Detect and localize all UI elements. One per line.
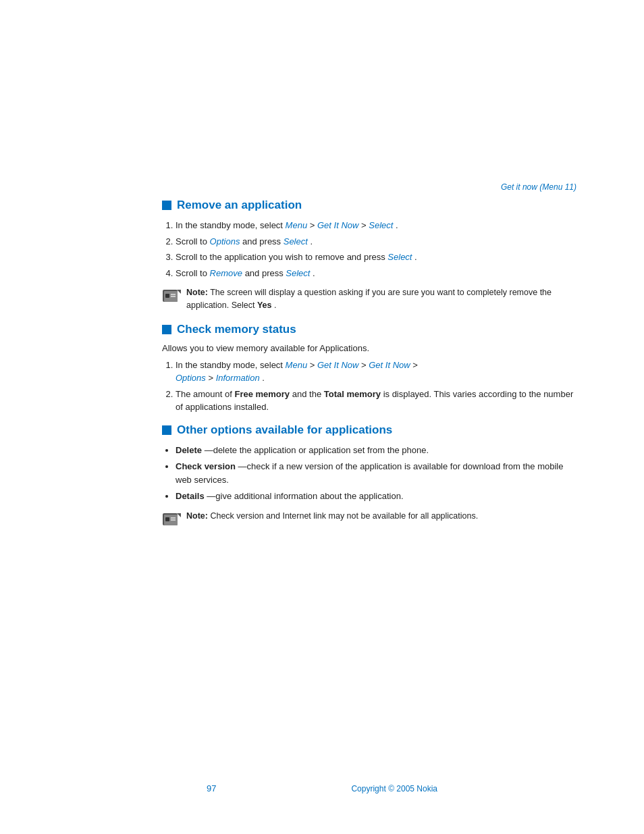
section-remove-app-heading: Remove an application bbox=[162, 199, 576, 212]
blue-square-icon-2 bbox=[162, 325, 171, 334]
step2-period: . bbox=[310, 236, 313, 246]
chapter-label: Get it now (Menu 11) bbox=[162, 182, 576, 192]
remove-app-step-3: Scroll to the application you wish to re… bbox=[176, 251, 576, 264]
step4-link-remove: Remove bbox=[210, 268, 242, 278]
item-details-text: —give additional information about the a… bbox=[207, 491, 403, 501]
item-delete-text: —delete the application or application s… bbox=[205, 445, 429, 455]
item-delete-bold: Delete bbox=[176, 445, 202, 455]
cm-step2-before: The amount of bbox=[176, 389, 234, 399]
page-number: 97 bbox=[207, 783, 216, 793]
remove-app-note-text: Note: The screen will display a question… bbox=[186, 286, 576, 312]
note-icon bbox=[162, 287, 181, 306]
step4-period: . bbox=[313, 268, 315, 278]
cm-step1-sep4: > bbox=[208, 373, 215, 383]
step4-text-before: Scroll to bbox=[176, 268, 210, 278]
svg-rect-9 bbox=[165, 517, 169, 521]
step1-text-before: In the standby mode, select bbox=[176, 220, 286, 230]
check-memory-title: Check memory status bbox=[177, 323, 296, 336]
step2-text-before: Scroll to bbox=[176, 236, 210, 246]
check-memory-step-2: The amount of Free memory and the Total … bbox=[176, 388, 576, 414]
blue-square-icon-3 bbox=[162, 425, 171, 435]
step1-period: . bbox=[396, 220, 398, 230]
cm-step1-link-options: Options bbox=[176, 373, 206, 383]
item-checkver-bold: Check version bbox=[176, 461, 236, 471]
step1-sep1: > bbox=[310, 220, 317, 230]
remove-app-note: Note: The screen will display a question… bbox=[162, 286, 576, 312]
chapter-label-text: Get it now (Menu 11) bbox=[501, 182, 576, 192]
cm-step1-before: In the standby mode, select bbox=[176, 360, 286, 370]
step1-link-getitnow: Get It Now bbox=[317, 220, 358, 230]
other-options-item-details: Details —give additional information abo… bbox=[176, 490, 576, 503]
section-check-memory-heading: Check memory status bbox=[162, 323, 576, 336]
check-memory-intro: Allows you to view memory available for … bbox=[162, 343, 576, 353]
step2-link-options: Options bbox=[210, 236, 240, 246]
other-note-content: Check version and Internet link may not … bbox=[210, 511, 478, 521]
cm-step1-sep3: > bbox=[412, 360, 418, 370]
item-details-bold: Details bbox=[176, 491, 205, 501]
cm-step1-link-menu: Menu bbox=[286, 360, 308, 370]
note-content: The screen will display a question askin… bbox=[186, 288, 552, 310]
step2-text-mid: and press bbox=[242, 236, 284, 246]
step3-text-before: Scroll to the application you wish to re… bbox=[176, 252, 387, 262]
other-options-list: Delete —delete the application or applic… bbox=[176, 444, 576, 503]
remove-app-step-1: In the standby mode, select Menu > Get I… bbox=[176, 219, 576, 232]
other-options-title: Other options available for applications bbox=[177, 423, 392, 437]
check-memory-step-1: In the standby mode, select Menu > Get I… bbox=[176, 359, 576, 385]
copyright-text: Copyright © 2005 Nokia bbox=[351, 784, 437, 793]
svg-rect-3 bbox=[165, 294, 169, 298]
step3-period: . bbox=[414, 252, 417, 262]
section-remove-app: Remove an application In the standby mod… bbox=[162, 199, 576, 312]
note-label: Note: bbox=[186, 288, 208, 297]
section-other-options: Other options available for applications… bbox=[162, 423, 576, 529]
cm-step1-sep1: > bbox=[310, 360, 317, 370]
remove-app-step-4: Scroll to Remove and press Select . bbox=[176, 267, 576, 280]
cm-step1-link-info: Information bbox=[216, 373, 260, 383]
step1-link-menu: Menu bbox=[286, 220, 308, 230]
page: Get it now (Menu 11) Remove an applicati… bbox=[0, 0, 644, 834]
remove-app-steps: In the standby mode, select Menu > Get I… bbox=[176, 219, 576, 280]
step4-link-select: Select bbox=[286, 268, 310, 278]
other-note-label: Note: bbox=[186, 511, 208, 521]
step4-text-mid: and press bbox=[245, 268, 286, 278]
section-check-memory: Check memory status Allows you to view m… bbox=[162, 323, 576, 414]
cm-step1-link-gin: Get It Now bbox=[317, 360, 358, 370]
other-options-item-checkver: Check version —check if a new version of… bbox=[176, 460, 576, 486]
step1-sep2: > bbox=[361, 220, 369, 230]
cm-step2-bold2: Total memory bbox=[324, 389, 381, 399]
cm-step1-link-gin2: Get It Now bbox=[369, 360, 410, 370]
step1-link-select: Select bbox=[369, 220, 393, 230]
step2-link-select: Select bbox=[284, 236, 308, 246]
other-options-note: Note: Check version and Internet link ma… bbox=[162, 510, 576, 529]
other-options-note-text: Note: Check version and Internet link ma… bbox=[186, 510, 478, 523]
cm-step2-bold1: Free memory bbox=[234, 389, 290, 399]
cm-step2-mid: and the bbox=[292, 389, 324, 399]
note-suffix: . bbox=[274, 301, 276, 310]
cm-step1-period: . bbox=[262, 373, 265, 383]
note-icon-2 bbox=[162, 511, 181, 529]
cm-step1-sep2: > bbox=[361, 360, 369, 370]
page-footer: 97 Copyright © 2005 Nokia bbox=[0, 783, 644, 793]
remove-app-title: Remove an application bbox=[177, 199, 302, 212]
note-yes: Yes bbox=[257, 301, 272, 310]
step3-link-select: Select bbox=[387, 252, 412, 262]
content-area: Get it now (Menu 11) Remove an applicati… bbox=[162, 0, 576, 529]
other-options-item-delete: Delete —delete the application or applic… bbox=[176, 444, 576, 457]
remove-app-step-2: Scroll to Options and press Select . bbox=[176, 235, 576, 249]
blue-square-icon bbox=[162, 201, 171, 210]
check-memory-steps: In the standby mode, select Menu > Get I… bbox=[176, 359, 576, 414]
section-other-options-heading: Other options available for applications bbox=[162, 423, 576, 437]
